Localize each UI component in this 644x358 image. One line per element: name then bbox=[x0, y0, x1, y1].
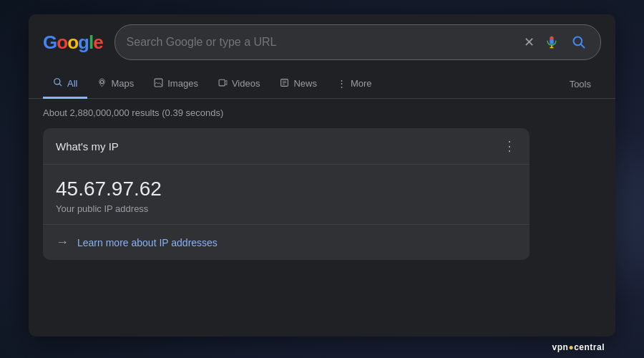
images-tab-icon bbox=[154, 78, 163, 90]
clear-icon[interactable]: ✕ bbox=[524, 34, 535, 50]
tab-tools-label: Tools bbox=[570, 79, 591, 90]
more-options-icon[interactable]: ⋮ bbox=[503, 138, 517, 154]
ip-label: Your public IP address bbox=[56, 203, 517, 214]
tab-images[interactable]: Images bbox=[144, 71, 208, 99]
tab-videos[interactable]: Videos bbox=[208, 71, 270, 99]
arrow-right-icon: → bbox=[56, 235, 69, 250]
tab-tools[interactable]: Tools bbox=[560, 72, 601, 97]
google-logo: Google bbox=[43, 32, 103, 54]
tab-all[interactable]: All bbox=[43, 70, 87, 99]
tab-videos-label: Videos bbox=[232, 78, 260, 89]
browser-window: Google what is my ip ✕ bbox=[29, 14, 615, 337]
svg-line-8 bbox=[59, 84, 62, 86]
ip-card-header: What's my IP ⋮ bbox=[43, 128, 530, 165]
results-count: About 2,880,000,000 results (0.39 second… bbox=[43, 107, 601, 118]
watermark-dot: ● bbox=[568, 342, 574, 352]
ip-card: What's my IP ⋮ 45.67.97.62 Your public I… bbox=[43, 128, 530, 260]
search-tab-icon bbox=[53, 77, 63, 90]
watermark: vpn●central bbox=[552, 342, 605, 352]
nav-tabs: All Maps Images bbox=[29, 70, 615, 99]
tab-all-label: All bbox=[67, 78, 77, 89]
header: Google what is my ip ✕ bbox=[29, 14, 615, 70]
svg-rect-2 bbox=[550, 40, 554, 44]
ip-card-title: What's my IP bbox=[56, 140, 119, 153]
videos-tab-icon bbox=[218, 78, 228, 90]
tab-more[interactable]: ⋮ More bbox=[327, 71, 382, 98]
svg-point-9 bbox=[101, 80, 104, 83]
learn-more-link[interactable]: Learn more about IP addresses bbox=[77, 237, 218, 248]
more-tab-icon: ⋮ bbox=[337, 78, 346, 89]
watermark-suffix: central bbox=[574, 342, 605, 352]
tab-more-label: More bbox=[351, 78, 372, 89]
svg-rect-11 bbox=[219, 79, 225, 86]
mic-icon[interactable] bbox=[542, 32, 562, 52]
tab-news[interactable]: News bbox=[270, 71, 327, 99]
tab-images-label: Images bbox=[167, 78, 198, 89]
search-button[interactable] bbox=[569, 32, 589, 52]
results-area: About 2,880,000,000 results (0.39 second… bbox=[29, 99, 615, 268]
tab-maps-label: Maps bbox=[111, 78, 134, 89]
search-input[interactable]: what is my ip bbox=[127, 36, 517, 49]
ip-card-footer[interactable]: → Learn more about IP addresses bbox=[43, 224, 530, 260]
ip-address: 45.67.97.62 bbox=[56, 178, 517, 200]
search-bar[interactable]: what is my ip ✕ bbox=[114, 24, 601, 60]
maps-tab-icon bbox=[97, 78, 107, 90]
svg-rect-1 bbox=[550, 37, 554, 40]
svg-line-6 bbox=[581, 44, 585, 48]
tab-news-label: News bbox=[293, 78, 317, 89]
news-tab-icon bbox=[280, 78, 289, 90]
ip-card-body: 45.67.97.62 Your public IP address bbox=[43, 165, 530, 224]
watermark-prefix: vpn bbox=[552, 342, 569, 352]
tab-maps[interactable]: Maps bbox=[87, 71, 144, 99]
